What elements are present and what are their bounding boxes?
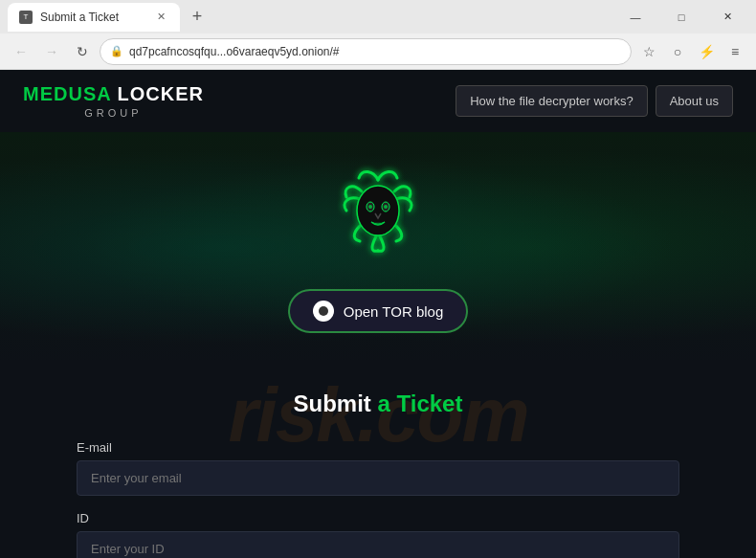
- medusa-logo: [325, 161, 431, 270]
- site-nav-links: How the file decrypter works? About us: [456, 85, 733, 117]
- hero-section: Open TOR blog: [0, 132, 756, 362]
- tab-title: Submit a Ticket: [40, 11, 119, 24]
- security-lock-icon: 🔒: [110, 45, 123, 57]
- title-bar: T Submit a Ticket ✕ + — □ ✕: [0, 0, 756, 33]
- logo-group: GROUP: [23, 107, 204, 119]
- minimize-button[interactable]: —: [614, 4, 656, 31]
- profile-button[interactable]: ○: [664, 38, 691, 65]
- submit-section: risk.com Submit a Ticket E-mail ID: [0, 362, 756, 558]
- email-label: E-mail: [77, 440, 679, 455]
- id-input[interactable]: [77, 531, 679, 558]
- logo-medusa: MEDUSA: [23, 83, 111, 104]
- back-button[interactable]: ←: [8, 38, 34, 65]
- logo-text: MEDUSA LOCKER: [23, 83, 204, 105]
- submit-title-plain: Submit: [294, 391, 371, 416]
- new-tab-button[interactable]: +: [184, 4, 211, 31]
- close-button[interactable]: ✕: [706, 4, 748, 31]
- browser-chrome: T Submit a Ticket ✕ + — □ ✕ ← → ↻ 🔒 qd7p…: [0, 0, 756, 70]
- email-form-group: E-mail: [77, 440, 679, 496]
- logo-locker: LOCKER: [111, 83, 204, 104]
- decrypter-link[interactable]: How the file decrypter works?: [456, 85, 648, 117]
- tor-icon-inner: [319, 306, 328, 316]
- svg-point-0: [357, 186, 399, 235]
- nav-right-controls: ☆ ○ ⚡ ≡: [635, 38, 748, 65]
- svg-point-4: [384, 205, 388, 209]
- window-controls: — □ ✕: [614, 4, 748, 31]
- forward-button[interactable]: →: [38, 38, 65, 65]
- maximize-button[interactable]: □: [660, 4, 702, 31]
- id-label: ID: [77, 511, 679, 525]
- about-link[interactable]: About us: [656, 85, 733, 117]
- website-content: MEDUSA LOCKER GROUP How the file decrypt…: [0, 70, 756, 558]
- email-input[interactable]: [77, 460, 679, 496]
- tab-close-button[interactable]: ✕: [153, 10, 168, 25]
- address-text: qd7pcafncosqfqu...o6varaeqv5yd.onion/#: [129, 45, 621, 58]
- tor-icon: [313, 301, 334, 322]
- browser-tab[interactable]: T Submit a Ticket ✕: [8, 3, 180, 32]
- site-navbar: MEDUSA LOCKER GROUP How the file decrypt…: [0, 70, 756, 132]
- id-form-group: ID: [77, 511, 679, 558]
- submit-title-highlight-text: a Ticket: [378, 391, 463, 416]
- tor-blog-button[interactable]: Open TOR blog: [288, 289, 469, 333]
- site-logo: MEDUSA LOCKER GROUP: [23, 83, 204, 119]
- svg-point-3: [368, 205, 372, 209]
- address-bar[interactable]: 🔒 qd7pcafncosqfqu...o6varaeqv5yd.onion/#: [100, 38, 632, 65]
- nav-bar: ← → ↻ 🔒 qd7pcafncosqfqu...o6varaeqv5yd.o…: [0, 33, 756, 70]
- tor-button-label: Open TOR blog: [344, 303, 444, 320]
- submit-title: Submit a Ticket: [77, 391, 679, 417]
- extensions-button[interactable]: ⚡: [693, 38, 720, 65]
- bookmark-button[interactable]: ☆: [635, 38, 662, 65]
- tab-favicon: T: [19, 11, 33, 24]
- menu-button[interactable]: ≡: [722, 38, 748, 65]
- refresh-button[interactable]: ↻: [69, 38, 96, 65]
